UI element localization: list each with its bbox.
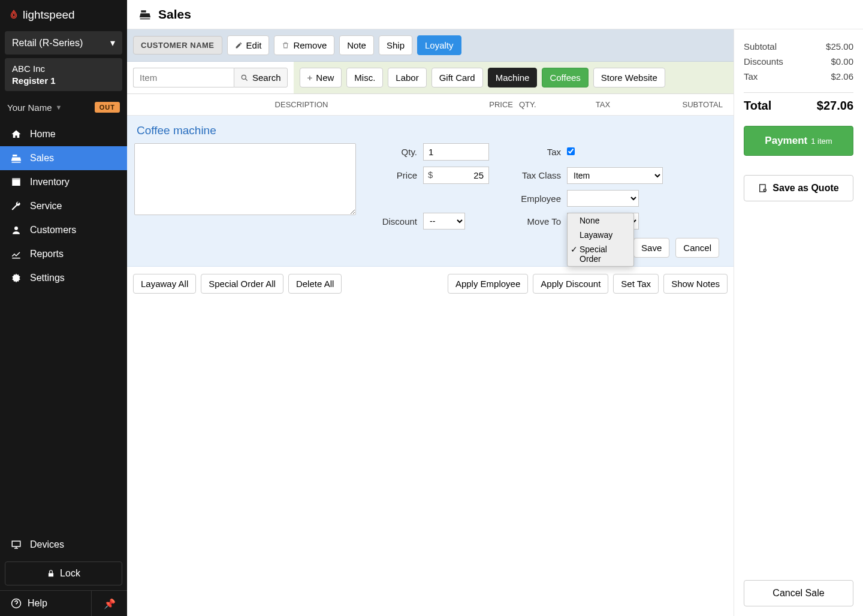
box-icon xyxy=(11,177,22,188)
lock-label: Lock xyxy=(60,568,80,579)
nav-inventory-label: Inventory xyxy=(30,177,70,188)
register-icon xyxy=(139,8,151,20)
flame-icon xyxy=(8,10,19,20)
nav-service[interactable]: Service xyxy=(0,194,127,218)
store-website-button[interactable]: Store Website xyxy=(593,68,665,87)
pin-icon: 📌 xyxy=(104,598,116,609)
set-tax-button[interactable]: Set Tax xyxy=(613,274,659,294)
apply-discount-button[interactable]: Apply Discount xyxy=(533,274,608,294)
taxclass-select[interactable]: Item xyxy=(567,167,663,184)
col-qty: QTY. xyxy=(513,100,549,109)
loyalty-button[interactable]: Loyalty xyxy=(417,35,461,55)
nav-home[interactable]: Home xyxy=(0,122,127,146)
moveto-option-special[interactable]: Special Order xyxy=(568,242,633,266)
company-register-box[interactable]: ABC Inc Register 1 xyxy=(5,58,122,91)
item-toolbar: Search + New Misc. Labor Gift Card Machi… xyxy=(127,62,734,94)
svg-point-2 xyxy=(14,227,18,230)
search-button[interactable]: Search xyxy=(234,68,288,87)
caret-down-icon: ▼ xyxy=(56,104,62,111)
price-label: Price xyxy=(363,170,417,180)
clock-status-badge[interactable]: OUT xyxy=(95,102,120,113)
nav-inventory[interactable]: Inventory xyxy=(0,170,127,194)
discounts-label: Discounts xyxy=(744,56,783,67)
new-button[interactable]: + New xyxy=(300,68,342,87)
qty-input[interactable] xyxy=(423,143,489,161)
col-subtotal: SUBTOTAL xyxy=(657,100,723,109)
lock-icon xyxy=(47,569,55,578)
brand-logo: lightspeed xyxy=(0,0,127,28)
giftcard-button[interactable]: Gift Card xyxy=(432,68,483,87)
trash-icon xyxy=(282,41,289,49)
user-name: Your Name xyxy=(7,102,52,113)
item-search-input[interactable] xyxy=(133,68,234,87)
save-as-quote-button[interactable]: Save as Quote xyxy=(744,175,853,201)
nav-reports[interactable]: Reports xyxy=(0,242,127,266)
svg-rect-0 xyxy=(12,180,20,186)
main-nav: Home Sales Inventory Service Customers R… xyxy=(0,122,127,290)
coffees-button[interactable]: Coffees xyxy=(542,68,588,87)
cancel-sale-button[interactable]: Cancel Sale xyxy=(744,580,853,606)
special-order-all-button[interactable]: Special Order All xyxy=(201,274,283,294)
delete-all-button[interactable]: Delete All xyxy=(288,274,342,294)
nav-devices[interactable]: Devices xyxy=(0,533,127,557)
chevron-down-icon: ▾ xyxy=(110,37,115,49)
tax-checkbox[interactable] xyxy=(567,147,575,155)
product-selector[interactable]: Retail (R-Series) ▾ xyxy=(5,31,122,55)
main-area: Sales CUSTOMER NAME Edit Remove Note Shi… xyxy=(127,0,863,616)
plus-icon: + xyxy=(307,73,313,83)
new-label: New xyxy=(316,73,334,83)
line-notes-input[interactable] xyxy=(134,143,356,215)
register-icon xyxy=(11,153,22,164)
edit-button[interactable]: Edit xyxy=(227,35,270,55)
payment-label: Payment xyxy=(765,135,807,146)
machine-button[interactable]: Machine xyxy=(488,68,538,87)
employee-select[interactable] xyxy=(567,190,639,207)
total-value: $27.06 xyxy=(817,99,853,113)
price-input[interactable] xyxy=(423,167,489,184)
line-save-button[interactable]: Save xyxy=(633,238,669,258)
moveto-option-layaway[interactable]: Layaway xyxy=(568,228,633,242)
show-notes-button[interactable]: Show Notes xyxy=(663,274,728,294)
nav-customers-label: Customers xyxy=(30,225,76,235)
remove-button[interactable]: Remove xyxy=(274,35,334,55)
bulk-actions: Layaway All Special Order All Delete All… xyxy=(127,267,734,301)
remove-label: Remove xyxy=(293,40,327,50)
misc-button[interactable]: Misc. xyxy=(346,68,383,87)
line-item: Coffee machine Qty. Tax Price $ Tax Cla xyxy=(127,116,734,267)
svg-rect-5 xyxy=(49,573,53,576)
user-icon xyxy=(11,225,22,235)
col-price: PRICE xyxy=(465,100,513,109)
nav-sales[interactable]: Sales xyxy=(0,146,127,170)
labor-button[interactable]: Labor xyxy=(388,68,426,87)
discount-select[interactable]: -- xyxy=(423,213,465,230)
nav-service-label: Service xyxy=(30,201,62,212)
gear-icon xyxy=(11,273,22,283)
payment-button[interactable]: Payment1 item xyxy=(744,126,853,156)
ship-button[interactable]: Ship xyxy=(379,35,412,55)
tax-label: Tax xyxy=(495,147,561,157)
customer-name-button[interactable]: CUSTOMER NAME xyxy=(133,36,222,55)
help-button[interactable]: Help xyxy=(0,591,91,616)
employee-label: Employee xyxy=(495,194,561,204)
lock-button[interactable]: Lock xyxy=(5,561,122,585)
home-icon xyxy=(11,129,22,140)
page-header: Sales xyxy=(127,0,863,29)
line-cancel-button[interactable]: Cancel xyxy=(675,238,719,258)
moveto-dropdown: None Layaway Special Order xyxy=(567,213,634,267)
taxclass-label: Tax Class xyxy=(495,170,561,180)
pencil-icon xyxy=(235,41,243,49)
nav-settings[interactable]: Settings xyxy=(0,266,127,290)
note-button[interactable]: Note xyxy=(339,35,374,55)
apply-employee-button[interactable]: Apply Employee xyxy=(448,274,528,294)
nav-customers[interactable]: Customers xyxy=(0,218,127,242)
subtotal-value: $25.00 xyxy=(826,41,853,52)
nav-home-label: Home xyxy=(30,129,56,140)
line-item-title[interactable]: Coffee machine xyxy=(134,124,726,137)
user-row[interactable]: Your Name ▼ OUT xyxy=(0,95,127,120)
svg-rect-1 xyxy=(12,178,20,180)
pin-button[interactable]: 📌 xyxy=(91,591,127,616)
subtotal-label: Subtotal xyxy=(744,41,777,52)
moveto-option-none[interactable]: None xyxy=(568,213,633,228)
layaway-all-button[interactable]: Layaway All xyxy=(133,274,196,294)
currency-symbol: $ xyxy=(428,170,433,180)
